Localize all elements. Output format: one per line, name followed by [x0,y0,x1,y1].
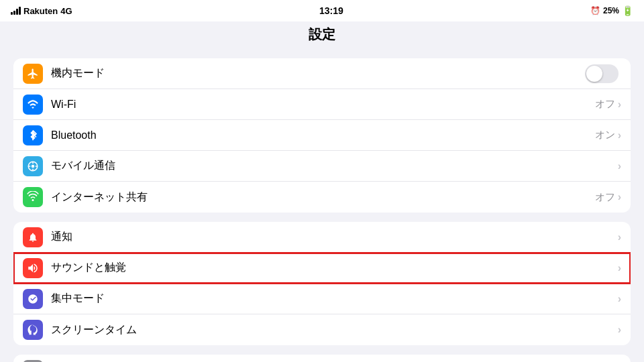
settings-group-connectivity: 機内モード Wi-Fi オフ › [13,58,631,213]
wifi-icon [23,95,43,115]
notifications-chevron: › [618,231,621,243]
airplane-label: 機内モード [51,66,585,80]
signal-bar-2 [13,11,15,15]
mobile-label: モバイル通信 [51,159,618,173]
settings-group-notifications: 通知 › サウンドと触覚 › 集中モード › [13,222,631,345]
screentime-chevron: › [618,324,621,336]
notifications-label: 通知 [51,230,618,244]
hotspot-icon [23,187,43,207]
status-left: Rakuten 4G [11,6,72,16]
wifi-value: オフ [595,98,615,111]
signal-bar-3 [16,9,18,15]
hotspot-value: オフ [595,191,615,204]
screentime-label: スクリーンタイム [51,323,618,337]
focus-label: 集中モード [51,292,618,306]
alarm-icon: ⏰ [590,6,600,15]
mobile-chevron: › [618,160,621,172]
signal-bar-1 [11,12,13,15]
hotspot-chevron: › [618,191,621,203]
bluetooth-chevron: › [618,129,621,141]
settings-row-airplane[interactable]: 機内モード [13,58,631,89]
battery-icon: 🔋 [622,5,633,16]
status-time: 13:19 [319,5,343,16]
wifi-label: Wi-Fi [51,99,595,111]
svg-point-2 [32,164,35,168]
settings-row-mobile[interactable]: モバイル通信 › [13,151,631,182]
settings-group-general: 一般 › コントロールセンター › AA 画面表示と明るさ › [13,355,631,362]
battery-label: 25% [603,6,619,15]
bluetooth-icon [23,125,43,145]
status-bar: Rakuten 4G 13:19 ⏰ 25% 🔋 [0,0,644,21]
bluetooth-label: Bluetooth [51,129,595,141]
focus-icon [23,289,43,309]
nav-bar: 設定 [0,21,644,49]
settings-row-bluetooth[interactable]: Bluetooth オン › [13,120,631,151]
settings-row-hotspot[interactable]: インターネット共有 オフ › [13,182,631,213]
carrier-label: Rakuten [23,6,58,16]
settings-row-screentime[interactable]: スクリーンタイム › [13,314,631,345]
sound-icon [23,258,43,278]
screentime-icon [23,320,43,340]
notifications-icon [23,227,43,247]
airplane-toggle[interactable] [585,64,619,83]
airplane-icon [23,64,43,84]
settings-row-focus[interactable]: 集中モード › [13,284,631,314]
wifi-chevron: › [618,99,621,111]
settings-row-sound[interactable]: サウンドと触覚 › [13,253,631,284]
bluetooth-value: オン [595,129,615,141]
hotspot-label: インターネット共有 [51,190,595,204]
focus-chevron: › [618,293,621,305]
network-label: 4G [60,6,72,16]
svg-point-3 [32,199,34,201]
sound-chevron: › [618,262,621,274]
settings-row-wifi[interactable]: Wi-Fi オフ › [13,89,631,120]
general-icon [23,360,43,363]
settings-content: 機内モード Wi-Fi オフ › [0,49,644,362]
sound-label: サウンドと触覚 [51,261,618,275]
status-right: ⏰ 25% 🔋 [590,5,633,16]
airplane-toggle-thumb [586,66,602,82]
signal-bars [11,7,21,15]
settings-row-general[interactable]: 一般 › [13,355,631,362]
mobile-icon [23,156,43,176]
page-title: 設定 [309,27,335,42]
settings-row-notifications[interactable]: 通知 › [13,222,631,253]
signal-bar-4 [19,7,21,15]
